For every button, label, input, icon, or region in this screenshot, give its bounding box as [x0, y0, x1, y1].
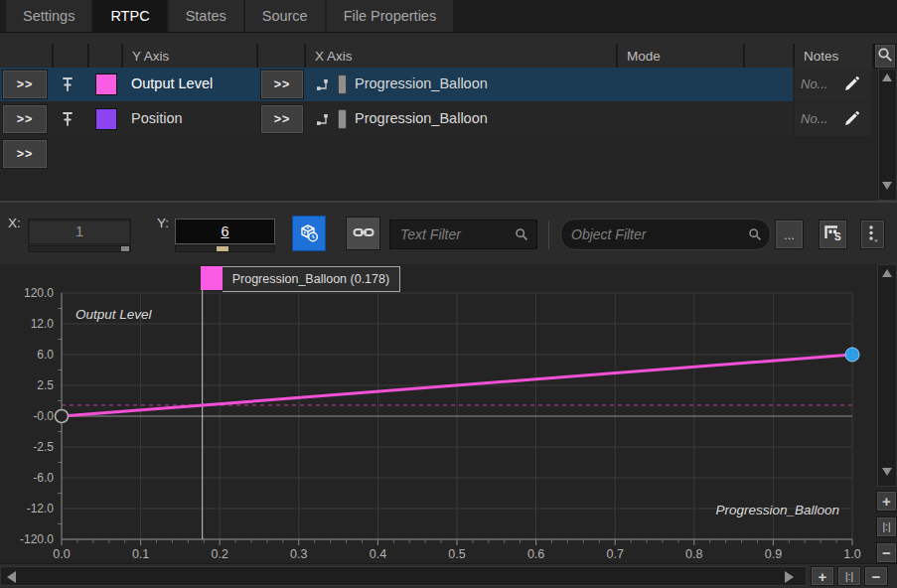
object-filter-input[interactable] — [561, 226, 748, 242]
game-parameter-icon — [316, 112, 331, 131]
tab-bar: Settings RTPC States Source File Propert… — [0, 0, 897, 33]
expand-label: >> — [274, 77, 291, 91]
y-coordinate-slider[interactable] — [175, 245, 275, 252]
expand-label: >> — [17, 112, 34, 126]
link-button[interactable] — [346, 217, 380, 250]
svg-text:12.0: 12.0 — [31, 317, 55, 331]
x-coordinate-slider[interactable] — [28, 245, 131, 252]
svg-text:1.0: 1.0 — [843, 547, 860, 561]
scroll-up-icon[interactable] — [882, 269, 892, 277]
zoom-fit-horizontal-button[interactable]: |:| — [837, 566, 861, 586]
svg-text:0.8: 0.8 — [685, 547, 702, 561]
text-filter-input[interactable] — [390, 226, 515, 242]
expand-x-axis-button[interactable]: >> — [260, 70, 304, 99]
scroll-right-icon[interactable] — [785, 571, 794, 583]
tab-states[interactable]: States — [169, 0, 243, 32]
slider-thumb[interactable] — [121, 246, 129, 251]
scroll-up-icon[interactable] — [882, 74, 892, 81]
notes-value: No... — [801, 111, 827, 126]
pin-icon[interactable] — [61, 76, 75, 92]
tab-file-properties[interactable]: File Properties — [327, 0, 453, 32]
y-coordinate-input[interactable] — [175, 219, 275, 244]
table-row[interactable]: >> Position >> Progression_Balloon No... — [0, 102, 876, 136]
header-y-axis[interactable]: Y Axis — [123, 44, 256, 68]
svg-text:6.0: 6.0 — [37, 348, 54, 362]
svg-text:-2.5: -2.5 — [33, 440, 54, 454]
zoom-in-vertical-button[interactable]: + — [876, 491, 897, 512]
hscroll-track[interactable] — [0, 566, 807, 586]
graph-settings-icon: S — [823, 224, 842, 244]
tab-source[interactable]: Source — [245, 0, 325, 32]
scroll-down-icon[interactable] — [882, 182, 892, 190]
graph-menu-button[interactable] — [860, 220, 885, 249]
header-color-col — [89, 44, 121, 68]
curve-color-swatch[interactable] — [95, 108, 117, 130]
expand-label: >> — [17, 77, 34, 91]
svg-text:0.4: 0.4 — [370, 547, 386, 561]
graph-horizontal-scrollbar: + |:| − — [0, 563, 897, 588]
slider-thumb[interactable] — [217, 246, 228, 251]
svg-text:0.7: 0.7 — [607, 547, 624, 561]
table-search-button[interactable] — [874, 44, 896, 69]
edit-notes-icon[interactable] — [843, 75, 860, 96]
zoom-in-horizontal-button[interactable]: + — [811, 566, 834, 586]
table-row[interactable]: >> Output Level >> Progression_Balloon N… — [0, 68, 876, 101]
add-rtpc-button[interactable]: >> — [2, 139, 48, 169]
y-axis-name: Position — [131, 110, 183, 126]
show-sync-params-button[interactable]: S — [819, 220, 847, 249]
tab-rtpc[interactable]: RTPC — [93, 0, 166, 32]
x-coordinate-input[interactable] — [28, 219, 131, 244]
header-expand2-col — [258, 44, 304, 68]
table-scrollbar[interactable] — [878, 69, 897, 201]
zoom-out-vertical-button[interactable]: − — [876, 542, 897, 563]
header-x-axis[interactable]: X Axis — [306, 44, 616, 68]
expand-label: >> — [274, 112, 291, 126]
randomizer-button[interactable] — [292, 216, 326, 251]
x-axis-name: Progression_Balloon — [355, 110, 488, 126]
graph-vertical-scrollbar[interactable] — [877, 264, 897, 487]
rtpc-editor-window: Settings RTPC States Source File Propert… — [0, 0, 897, 588]
graph-toolbar: X: Y: — [0, 203, 897, 264]
object-filter-box — [560, 219, 771, 250]
svg-text:0.1: 0.1 — [132, 547, 149, 561]
pin-icon[interactable] — [61, 111, 75, 127]
svg-text:-0.0: -0.0 — [33, 409, 54, 423]
search-icon — [748, 227, 762, 241]
header-mode[interactable]: Mode — [618, 44, 743, 68]
rtpc-table: Y Axis X Axis Mode Notes >> — [0, 44, 897, 201]
expand-x-axis-button[interactable]: >> — [260, 104, 304, 134]
svg-text:0.0: 0.0 — [53, 547, 70, 561]
zoom-out-horizontal-button[interactable]: − — [864, 566, 888, 586]
tooltip-color-swatch — [201, 266, 223, 290]
text-filter-box — [389, 220, 537, 249]
svg-text:S: S — [834, 231, 841, 241]
expand-label: >> — [17, 147, 34, 161]
edit-notes-icon[interactable] — [843, 110, 860, 131]
cursor-tooltip: Progression_Balloon (0.178) — [201, 266, 400, 290]
tooltip-label: Progression_Balloon (0.178) — [223, 266, 400, 292]
scroll-left-icon[interactable] — [7, 571, 16, 583]
kebab-menu-icon — [867, 223, 879, 246]
more-options-button[interactable]: ... — [775, 220, 804, 249]
scroll-down-icon[interactable] — [882, 468, 892, 476]
svg-text:-6.0: -6.0 — [33, 471, 54, 485]
y-coordinate-label: Y: — [157, 216, 169, 230]
search-icon — [515, 227, 528, 241]
svg-text:0.9: 0.9 — [765, 547, 782, 561]
curve-editor: 0.00.10.20.30.40.50.60.70.80.91.0120.012… — [0, 264, 897, 563]
expand-y-axis-button[interactable]: >> — [2, 70, 48, 99]
header-notes[interactable]: Notes — [795, 44, 872, 68]
svg-text:0.3: 0.3 — [290, 547, 307, 561]
header-expand-col — [0, 44, 52, 68]
curve-color-swatch[interactable] — [95, 74, 117, 95]
svg-text:0.5: 0.5 — [448, 547, 465, 561]
randomizer-dice-icon — [298, 221, 320, 246]
rtpc-curve-plot[interactable]: 0.00.10.20.30.40.50.60.70.80.91.0120.012… — [0, 264, 876, 562]
zoom-fit-vertical-button[interactable]: |:| — [876, 516, 897, 537]
svg-text:Progression_Balloon: Progression_Balloon — [715, 503, 839, 517]
search-icon — [877, 47, 893, 66]
x-coordinate-label: X: — [8, 216, 21, 230]
expand-y-axis-button[interactable]: >> — [2, 104, 48, 134]
tab-settings[interactable]: Settings — [6, 0, 91, 32]
table-header-row: Y Axis X Axis Mode Notes — [0, 44, 876, 68]
